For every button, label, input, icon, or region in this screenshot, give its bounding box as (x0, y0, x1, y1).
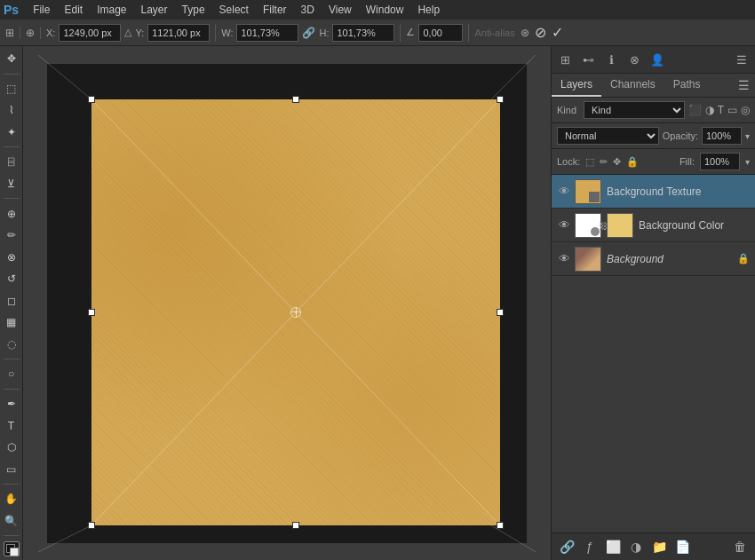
lasso-tool[interactable]: ⌇ (2, 101, 21, 120)
panel-icon-btn-5[interactable]: 👤 (648, 50, 667, 69)
filter-pixel-icon[interactable]: ⬛ (688, 104, 702, 116)
add-style-button[interactable]: ƒ (580, 537, 600, 556)
tab-layers[interactable]: Layers (552, 74, 601, 97)
foreground-color[interactable] (4, 541, 20, 556)
visibility-eye-0[interactable]: 👁 (557, 185, 571, 199)
stamp-tool[interactable]: ⊗ (2, 248, 21, 266)
path-tool[interactable]: ⬡ (2, 438, 21, 457)
hand-tool[interactable]: ✋ (2, 490, 21, 509)
opacity-input[interactable] (702, 127, 742, 145)
warp-icon[interactable]: ⊛ (521, 27, 529, 39)
healing-tool[interactable]: ⊕ (2, 204, 21, 223)
dodge-tool[interactable]: ○ (2, 365, 21, 383)
menu-select[interactable]: Select (212, 0, 256, 20)
menu-filter[interactable]: Filter (256, 0, 294, 20)
blend-opacity-row: Normal Opacity: ▾ (552, 123, 755, 149)
new-fill-layer-button[interactable]: ◑ (626, 537, 646, 556)
marquee-tool[interactable]: ⬚ (2, 80, 21, 99)
layer-item-background-texture[interactable]: 👁 Background Texture (552, 175, 755, 209)
thumb-color-preview (608, 214, 632, 237)
reference-point-group: ⊕ (26, 27, 41, 39)
canvas-area[interactable] (23, 46, 551, 560)
kind-dropdown[interactable]: Kind (584, 101, 685, 119)
tab-channels[interactable]: Channels (601, 74, 664, 97)
link-icon[interactable]: 🔗 (302, 27, 315, 39)
w-input[interactable] (236, 24, 298, 42)
cancel-transform-button[interactable]: ⊘ (535, 24, 546, 41)
h-input[interactable] (332, 24, 394, 42)
anti-alias-button[interactable]: Anti-alias (474, 28, 514, 38)
canvas-image (91, 99, 500, 525)
menu-image[interactable]: Image (90, 0, 133, 20)
angle-icon: ∠ (406, 27, 415, 38)
menu-type[interactable]: Type (175, 0, 212, 20)
layer-thumb-1b (607, 213, 633, 238)
commit-transform-button[interactable]: ✓ (552, 24, 563, 41)
menu-3d[interactable]: 3D (294, 0, 322, 20)
move-tool[interactable]: ✥ (2, 50, 21, 68)
add-mask-button[interactable]: ⬜ (603, 537, 623, 556)
new-group-button[interactable]: 📁 (649, 537, 669, 556)
gradient-tool[interactable]: ▦ (2, 313, 21, 332)
y-label: Y: (135, 28, 144, 38)
thumb-smart-icon (589, 192, 600, 202)
zoom-tool[interactable]: 🔍 (2, 512, 21, 531)
panel-icon-btn-3[interactable]: ℹ (601, 50, 621, 69)
panel-icon-btn-1[interactable]: ⊞ (555, 50, 575, 69)
eyedropper-tool[interactable]: ⊻ (2, 175, 21, 193)
lock-fill-row: Lock: ⬚ ✏ ✥ 🔒 Fill: ▾ (552, 149, 755, 175)
menu-view[interactable]: View (322, 0, 359, 20)
eraser-tool[interactable]: ◻ (2, 292, 21, 311)
filter-adjust-icon[interactable]: ◑ (705, 104, 714, 116)
fill-input[interactable] (700, 153, 740, 170)
link-layers-button[interactable]: 🔗 (557, 537, 576, 556)
delete-layer-button[interactable]: 🗑 (730, 537, 750, 556)
layers-panel-menu[interactable]: ☰ (733, 75, 755, 96)
filter-shape-icon[interactable]: ▭ (727, 104, 737, 116)
y-input[interactable] (147, 24, 210, 42)
reference-point-icon: ⊕ (26, 27, 35, 39)
h-label: H: (319, 28, 329, 38)
crop-tool[interactable]: ⌸ (2, 153, 21, 171)
new-layer-button[interactable]: 📄 (672, 537, 692, 556)
pen-tool[interactable]: ✒ (2, 395, 21, 414)
menu-help[interactable]: Help (410, 0, 447, 20)
history-brush-tool[interactable]: ↺ (2, 270, 21, 288)
magic-wand-tool[interactable]: ✦ (2, 123, 21, 142)
panel-icon-btn-4[interactable]: ⊗ (624, 50, 644, 69)
shape-tool[interactable]: ▭ (2, 460, 21, 478)
blend-mode-dropdown[interactable]: Normal (557, 127, 659, 145)
visibility-eye-1[interactable]: 👁 (557, 218, 571, 233)
menu-window[interactable]: Window (359, 0, 411, 20)
angle-input[interactable] (418, 24, 463, 42)
lock-label: Lock: (557, 156, 580, 167)
tool-separator-5 (4, 389, 20, 390)
panel-icon-btn-2[interactable]: ⊷ (578, 50, 598, 69)
menu-edit[interactable]: Edit (57, 0, 90, 20)
right-panel: ⊞ ⊷ ℹ ⊗ 👤 ☰ Layers Channels Paths ☰ Kind… (551, 46, 755, 560)
filter-type-icon[interactable]: T (718, 104, 724, 116)
menu-layer[interactable]: Layer (134, 0, 175, 20)
brush-tool[interactable]: ✏ (2, 226, 21, 245)
text-tool[interactable]: T (2, 416, 21, 435)
lock-position-icon[interactable]: ✥ (613, 156, 621, 168)
fill-arrow[interactable]: ▾ (745, 157, 750, 167)
tool-separator-3 (4, 198, 20, 199)
blur-tool[interactable]: ◌ (2, 335, 21, 354)
toolbar: ⊞ ⊕ X: △ Y: W: 🔗 H: ∠ Anti-alias ⊛ ⊘ ✓ (0, 20, 755, 46)
lock-pixels-icon[interactable]: ✏ (600, 156, 608, 168)
layers-list: 👁 Background Texture 👁 ⛓ (552, 175, 755, 532)
tab-paths[interactable]: Paths (664, 74, 710, 97)
menu-file[interactable]: File (26, 0, 57, 20)
opacity-arrow[interactable]: ▾ (745, 131, 750, 141)
filter-smart-icon[interactable]: ◎ (741, 104, 750, 116)
layer-thumb-1: ⛓ (575, 213, 601, 238)
x-input[interactable] (59, 24, 121, 42)
lock-all-icon[interactable]: 🔒 (626, 156, 639, 168)
layer-thumb-0 (575, 179, 601, 204)
layer-item-background-color[interactable]: 👁 ⛓ Background Color (552, 209, 755, 242)
lock-transparent-icon[interactable]: ⬚ (585, 156, 594, 168)
layer-item-background[interactable]: 👁 Background 🔒 (552, 242, 755, 276)
panel-icon-btn-6[interactable]: ☰ (732, 50, 751, 69)
visibility-eye-2[interactable]: 👁 (557, 252, 571, 266)
